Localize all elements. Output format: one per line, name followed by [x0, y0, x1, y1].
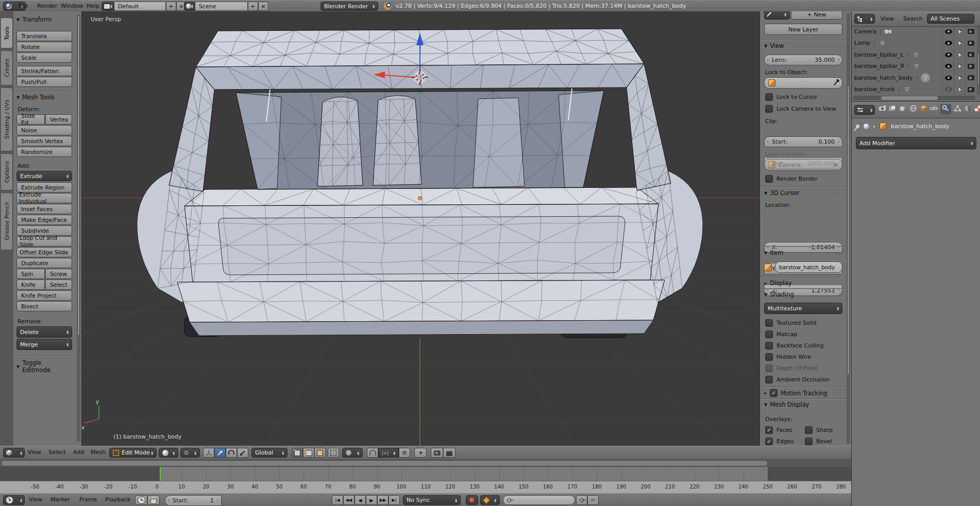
checkbox-textured-solid[interactable]: Textured Solid — [765, 317, 842, 328]
play-button[interactable]: ▶ — [366, 495, 377, 505]
motion-tracking-panel-header[interactable]: ►✓ Motion Tracking:::: — [764, 389, 842, 397]
merge-dropdown[interactable]: Merge▲▼ — [16, 339, 72, 350]
loop-cut-slide-button[interactable]: Loop Cut and Slide — [16, 236, 72, 247]
selectability-cursor-icon[interactable]: ➤ — [956, 28, 964, 35]
snap-element-dropdown[interactable]: |+| ▲▼ — [378, 448, 399, 458]
mode-dropdown[interactable]: Edit Mode▲▼ — [109, 448, 157, 458]
visibility-eye-icon[interactable] — [945, 87, 952, 92]
tab-texture-icon[interactable] — [974, 105, 980, 113]
jump-to-start-button[interactable]: |◀ — [332, 495, 343, 505]
keying-set-dropdown[interactable]: ▲▼ — [480, 495, 500, 505]
outliner-menu-view[interactable]: View — [877, 14, 897, 24]
timeline-track-area[interactable] — [0, 467, 851, 481]
view-panel-header[interactable]: ▼View:::: — [764, 42, 842, 49]
lock-to-cursor-checkbox[interactable]: Lock to Cursor — [765, 91, 842, 102]
timeline-ruler[interactable]: -50-40-30-20-100102030405060708090100110… — [0, 481, 851, 494]
vertex-select-button[interactable] — [292, 448, 303, 458]
transform-panel-header[interactable]: ▼Transform:::: — [16, 16, 76, 23]
pin-icon[interactable] — [855, 124, 860, 129]
eyedropper-icon[interactable] — [834, 80, 838, 85]
knife-button[interactable]: Knife — [16, 280, 45, 290]
tab-object-icon[interactable] — [920, 105, 927, 113]
smooth-vertex-button[interactable]: Smooth Vertex — [16, 136, 72, 146]
clip-start-field[interactable]: ‹Start:0.100› — [764, 136, 842, 147]
timeline-menu-playback[interactable]: Playback — [102, 495, 133, 505]
snap-grid-button[interactable]: ⊞ — [399, 448, 410, 458]
outliner-item-label[interactable]: Camera — [854, 28, 876, 35]
timeline-scrollbar[interactable] — [0, 459, 851, 467]
sync-mode-dropdown[interactable]: No Sync▲▼ — [403, 495, 461, 505]
selectability-cursor-icon[interactable]: ➤ — [956, 86, 964, 93]
noise-button[interactable]: Noise — [16, 125, 72, 135]
outliner-item[interactable]: barstow_trunk|▽➤ — [852, 84, 976, 96]
timeline-editor-type-button[interactable]: ▲▼ — [3, 495, 25, 505]
item-panel-header[interactable]: ▼Item:::: — [764, 249, 842, 256]
manipulator-translate-button[interactable] — [214, 448, 226, 458]
screw-button[interactable]: Screw — [45, 269, 72, 279]
motion-tracking-checkbox[interactable]: ✓ — [770, 389, 778, 397]
bisect-button[interactable]: Bisect — [16, 301, 72, 311]
time-display-button[interactable] — [135, 495, 147, 505]
properties-editor-type-button[interactable]: ▲▼ — [854, 105, 875, 115]
visibility-eye-icon[interactable] — [945, 64, 952, 68]
scene-name-field[interactable]: Scene — [195, 2, 248, 11]
checkbox-edges[interactable]: ✓Edges — [765, 435, 803, 446]
outliner-vscrollbar[interactable] — [977, 27, 980, 95]
scale-button[interactable]: Scale — [16, 53, 72, 63]
shelf-tab-shading-uvs[interactable]: Shading / UVs — [1, 88, 13, 151]
slide-edge-button[interactable]: Slide Ed — [16, 114, 45, 125]
extrude-region-button[interactable]: Extrude Region — [16, 182, 72, 193]
view3d-menu-view[interactable]: View — [25, 447, 44, 458]
new-layer-button[interactable]: New Layer — [764, 24, 842, 35]
tab-render-layers-icon[interactable] — [889, 105, 897, 113]
delete-keyframe-button[interactable]: ✂ — [587, 495, 599, 505]
proportional-edit-dropdown[interactable]: ▲▼ — [342, 448, 363, 458]
offset-edge-slide-button[interactable]: Offset Edge Slide — [16, 247, 72, 257]
spin-button[interactable]: Spin — [16, 269, 45, 279]
shrink-fatten-button[interactable]: Shrink/Fatten — [16, 66, 72, 76]
scene-icon-button[interactable]: ▲▼ — [184, 2, 195, 11]
mesh-tools-panel-header[interactable]: ▼Mesh Tools:::: — [16, 94, 76, 101]
timeline-menu-view[interactable]: View — [26, 495, 45, 505]
gp-new-button[interactable]: + New — [791, 11, 842, 20]
face-select-button[interactable] — [314, 448, 326, 458]
view3d-menu-add[interactable]: Add — [70, 447, 87, 458]
renderability-camera-icon[interactable] — [968, 52, 974, 57]
display-panel-header[interactable]: ►Display:::: — [764, 280, 842, 287]
slide-vertex-button[interactable]: Vertex — [45, 114, 72, 125]
object-name-field[interactable]: barstow_hatch_body — [775, 261, 842, 273]
visibility-eye-icon[interactable] — [945, 29, 952, 34]
visibility-eye-icon[interactable] — [945, 76, 952, 80]
outliner-item-label[interactable]: barstow_bpillar_R — [854, 63, 904, 69]
active-keying-set-field[interactable] — [503, 495, 575, 505]
renderability-camera-icon[interactable] — [968, 87, 974, 92]
viewport-canvas[interactable]: y x — [81, 11, 759, 446]
selectability-cursor-icon[interactable]: ➤ — [956, 75, 964, 81]
checkbox-matcap[interactable]: Matcap — [765, 328, 842, 340]
add-layout-button[interactable]: + — [166, 2, 176, 11]
viewport-3d[interactable]: y x User Persp (1) barstow_hatch_body — [81, 11, 759, 446]
selectability-cursor-icon[interactable]: ➤ — [956, 51, 964, 58]
add-scene-button[interactable]: + — [248, 2, 258, 11]
toggle-editmode-panel-header[interactable]: ▼Toggle Editmode:::: — [16, 359, 76, 374]
auto-keyframe-button[interactable] — [466, 495, 478, 505]
checkbox-hidden-wire[interactable]: Hidden Wire — [765, 351, 842, 362]
shading-panel-header[interactable]: ▼Shading:::: — [764, 291, 842, 298]
clear-camera-icon[interactable]: × — [833, 161, 838, 168]
make-edge-face-button[interactable]: Make Edge/Face — [16, 215, 72, 225]
tab-scene-icon[interactable] — [899, 105, 907, 113]
rotate-button[interactable]: Rotate — [16, 42, 72, 52]
randomize-button[interactable]: Randomize — [16, 147, 72, 157]
snap-toggle-button[interactable] — [367, 448, 378, 458]
prev-keyframe-button[interactable]: ◀◀ — [343, 495, 354, 505]
outliner-item[interactable]: Lamp|☼➤ — [852, 38, 976, 49]
outliner-item-label[interactable]: barstow_bpillar_L — [854, 51, 904, 58]
view3d-editor-type-button[interactable]: ▲▼ — [3, 448, 25, 458]
checkbox-ambient-occlusion[interactable]: Ambient Occlusion — [765, 374, 842, 385]
checkbox-faces[interactable]: ✓Faces — [765, 424, 803, 435]
tool-shelf-scrollbar[interactable] — [77, 14, 80, 442]
tab-render-icon[interactable] — [878, 105, 886, 113]
tab-material-icon[interactable] — [964, 105, 972, 113]
lens-field[interactable]: ‹Lens:35.000› — [764, 55, 842, 65]
checkbox-backface-culling[interactable]: Backface Culling — [765, 340, 842, 351]
